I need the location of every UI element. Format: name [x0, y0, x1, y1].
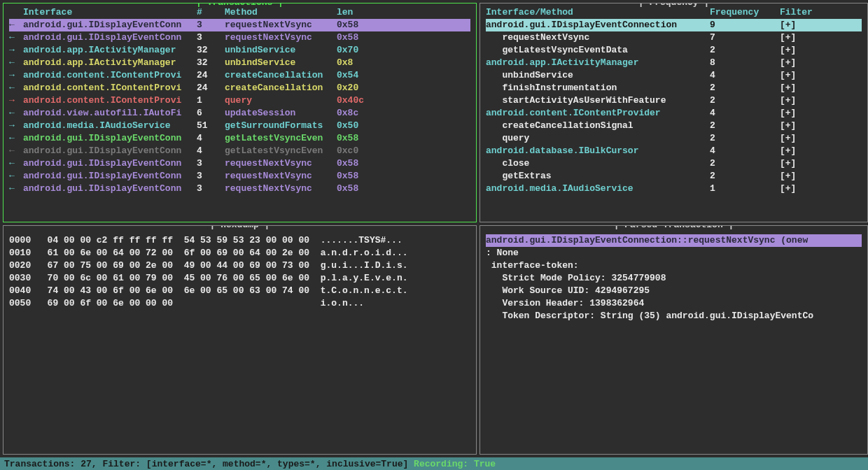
- freq-row[interactable]: android.database.IBulkCursor4[+]: [486, 145, 862, 157]
- transactions-panel[interactable]: | Transactions | Interface # Method len←…: [3, 3, 477, 222]
- trans-row[interactable]: ←android.gui.IDisplayEventConn 3 request…: [9, 31, 470, 44]
- freq-row[interactable]: finishInstrumentation2[+]: [486, 82, 862, 94]
- parsed-line: Version Header: 1398362964: [486, 297, 862, 310]
- status-recording: Recording: True: [414, 459, 496, 469]
- trans-row[interactable]: ←android.app.IActivityManager 32 unbindS…: [9, 57, 470, 69]
- status-filter: Transactions: 27, Filter: [interface=*, …: [4, 459, 414, 469]
- parsed-line: Token Descriptor: String (35) android.gu…: [486, 310, 862, 322]
- trans-row[interactable]: ←android.gui.IDisplayEventConn 3 request…: [9, 157, 470, 170]
- trans-row[interactable]: ←android.content.IContentProvi 24 create…: [9, 82, 470, 94]
- hex-row: 0020 67 00 75 00 69 00 2e 00 49 00 44 00…: [9, 259, 470, 272]
- trans-row[interactable]: ←android.gui.IDisplayEventConn 4 getLate…: [9, 132, 470, 145]
- parsed-line: Strict Mode Policy: 3254779908: [486, 272, 862, 285]
- freq-row[interactable]: android.media.IAudioService1[+]: [486, 183, 862, 195]
- trans-row[interactable]: →android.app.IActivityManager 32 unbindS…: [9, 44, 470, 57]
- freq-row[interactable]: android.app.IActivityManager8[+]: [486, 57, 862, 69]
- parsed-title: | Parsed Transaction |: [611, 225, 737, 230]
- hex-row: 0010 61 00 6e 00 64 00 72 00 6f 00 69 00…: [9, 247, 470, 259]
- trans-row[interactable]: ←android.gui.IDisplayEventConn 3 request…: [9, 170, 470, 183]
- parsed-panel[interactable]: | Parsed Transaction | android.gui.IDisp…: [479, 225, 868, 455]
- freq-row[interactable]: unbindService4[+]: [486, 69, 862, 82]
- status-bar: Transactions: 27, Filter: [interface=*, …: [0, 457, 868, 470]
- hexdump-panel[interactable]: | Hexdump | 0000 04 00 00 c2 ff ff ff ff…: [3, 225, 477, 455]
- parsed-line: : None: [486, 247, 862, 259]
- hexdump-title: | Hexdump |: [207, 225, 273, 230]
- freq-row[interactable]: query2[+]: [486, 132, 862, 145]
- trans-row[interactable]: →android.media.IAudioService 51 getSurro…: [9, 120, 470, 132]
- hex-row: 0030 70 00 6c 00 61 00 79 00 45 00 76 00…: [9, 272, 470, 285]
- trans-header: Interface # Method len: [9, 6, 470, 19]
- parsed-line: Work Source UID: 4294967295: [486, 285, 862, 297]
- trans-row[interactable]: →android.content.IContentProvi 24 create…: [9, 69, 470, 82]
- freq-row[interactable]: createCancellationSignal2[+]: [486, 120, 862, 132]
- hex-row: 0050 69 00 6f 00 6e 00 00 00 i.o.n...: [9, 297, 470, 310]
- trans-row[interactable]: ←android.view.autofill.IAutoFi 6 updateS…: [9, 107, 470, 120]
- trans-row[interactable]: ←android.gui.IDisplayEventConn 3 request…: [9, 183, 470, 195]
- freq-row[interactable]: android.gui.IDisplayEventConnection9[+]: [486, 19, 862, 31]
- freq-header: Interface/MethodFrequencyFilter: [486, 6, 862, 19]
- frequency-panel[interactable]: | Frequency | Interface/MethodFrequencyF…: [479, 3, 868, 222]
- freq-row[interactable]: android.content.IContentProvider4[+]: [486, 107, 862, 120]
- freq-row[interactable]: startActivityAsUserWithFeature2[+]: [486, 94, 862, 107]
- hex-row: 0040 74 00 43 00 6f 00 6e 00 6e 00 65 00…: [9, 285, 470, 297]
- parsed-header: android.gui.IDisplayEventConnection::req…: [486, 234, 862, 247]
- freq-row[interactable]: close2[+]: [486, 157, 862, 170]
- freq-row[interactable]: getExtras2[+]: [486, 170, 862, 183]
- parsed-line: interface-token:: [486, 259, 862, 272]
- freq-row[interactable]: requestNextVsync7[+]: [486, 31, 862, 44]
- transactions-title: | Transactions |: [193, 3, 286, 8]
- trans-row[interactable]: ←android.gui.IDisplayEventConn 4 getLate…: [9, 145, 470, 157]
- freq-row[interactable]: getLatestVsyncEventData2[+]: [486, 44, 862, 57]
- trans-row[interactable]: ←android.gui.IDisplayEventConn 3 request…: [9, 19, 470, 31]
- frequency-title: | Frequency |: [636, 3, 712, 8]
- hex-row: 0000 04 00 00 c2 ff ff ff ff 54 53 59 53…: [9, 234, 470, 247]
- trans-row[interactable]: →android.content.IContentProvi 1 query 0…: [9, 94, 470, 107]
